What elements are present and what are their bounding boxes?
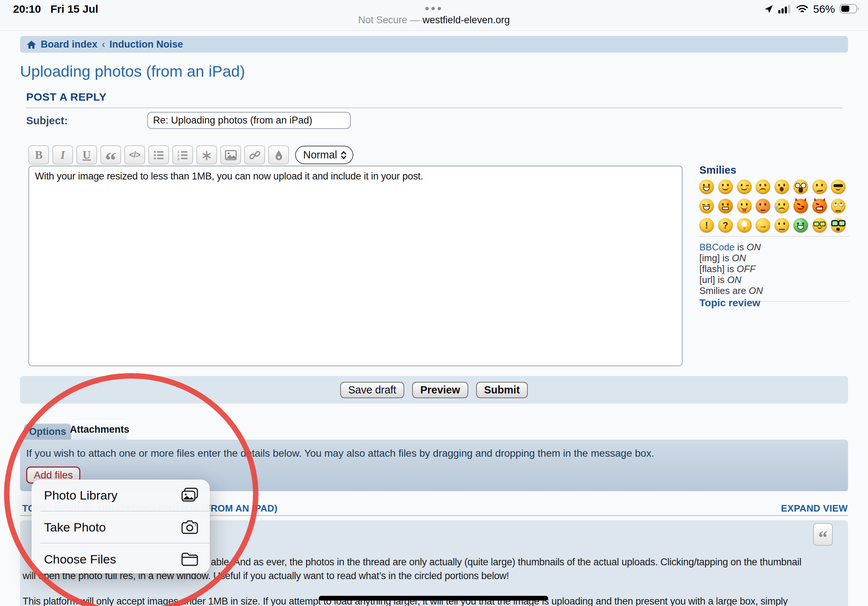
smiley-mr-green-icon[interactable] <box>794 218 808 232</box>
tab-attachments[interactable]: Attachments <box>73 420 127 440</box>
cellular-signal-icon <box>778 5 791 14</box>
bbcode-status-line: Smilies are ON <box>699 285 849 296</box>
save-draft-button[interactable]: Save draft <box>340 382 404 398</box>
form-actions: Save draft Preview Submit <box>20 376 848 403</box>
divider <box>699 236 849 237</box>
safari-ipad-screen: 20:10 Fri 15 Jul ••• <box>0 0 868 606</box>
breadcrumb-separator: ‹ <box>102 39 105 50</box>
preview-button[interactable]: Preview <box>412 382 468 398</box>
smiley-twisted-icon[interactable] <box>812 199 827 213</box>
quote-button[interactable]: “ <box>100 145 121 165</box>
smiley-very-happy-icon[interactable] <box>699 179 714 194</box>
smiley-ueber-geek-icon[interactable] <box>831 218 845 232</box>
bbcode-status-line: BBCode is ON <box>699 241 849 252</box>
home-icon[interactable] <box>26 40 36 49</box>
bbcode-status-line: [img] is ON <box>699 252 849 263</box>
font-size-select[interactable]: Normal <box>295 146 353 164</box>
divider <box>26 108 843 108</box>
smilies-grid: !?→ <box>699 179 850 232</box>
file-picker-context-menu: Photo Library Take Photo <box>32 479 210 573</box>
tab-options[interactable]: Options <box>24 424 71 440</box>
smiley-smile-icon[interactable] <box>718 179 733 194</box>
photo-library-icon <box>181 488 198 503</box>
insert-image-button[interactable] <box>220 145 241 165</box>
underline-button[interactable]: U <box>76 145 97 165</box>
smiley-crying-icon[interactable] <box>775 199 789 213</box>
smiley-question-icon[interactable]: ? <box>718 218 733 232</box>
smiley-confused-icon[interactable] <box>812 179 827 194</box>
bbcode-status-line: [flash] is OFF <box>699 263 849 274</box>
quote-icon: “ <box>818 530 828 545</box>
bbcode-faq-link[interactable]: BBCode <box>699 241 735 252</box>
wifi-icon <box>796 5 808 14</box>
battery-icon <box>840 4 860 14</box>
breadcrumb: Board index ‹ Induction Noise <box>20 36 848 53</box>
bbcode-status-line: [url] is ON <box>699 274 849 285</box>
subject-label: Subject: <box>26 115 68 127</box>
smiley-idea-icon[interactable] <box>737 218 752 232</box>
quote-post-button[interactable]: “ <box>813 523 833 546</box>
subject-input[interactable]: Re: Uploading photos (from an iPad) <box>147 112 351 129</box>
quoted-post-text: able. And as ever, the photos in the thr… <box>211 557 843 568</box>
post-a-reply-heading: POST A REPLY <box>26 91 107 103</box>
bbcode-status: BBCode is ON [img] is ON [flash] is OFF … <box>699 236 849 301</box>
tab-overview-handle[interactable]: ••• <box>0 2 868 15</box>
breadcrumb-board-index[interactable]: Board index <box>41 39 98 50</box>
attachments-description: If you wish to attach one or more files … <box>26 448 654 459</box>
insert-link-button[interactable] <box>244 145 265 165</box>
page-title: Uploading photos (from an iPad) <box>20 62 245 80</box>
folder-icon <box>181 552 198 566</box>
smiley-geek-icon[interactable] <box>812 218 827 232</box>
expand-view-link[interactable]: EXPAND VIEW <box>781 503 848 514</box>
home-indicator[interactable] <box>319 596 548 601</box>
smiley-wink-icon[interactable] <box>737 179 752 194</box>
bbcode-toolbar: B I U “ </> 1 2 3 ∗ <box>28 145 353 165</box>
smiley-surprised-icon[interactable] <box>775 179 789 194</box>
status-bar: 20:10 Fri 15 Jul ••• <box>0 0 868 31</box>
menu-item-choose-files[interactable]: Choose Files <box>32 544 210 573</box>
url-domain: westfield-eleven.org <box>422 14 510 25</box>
location-arrow-icon <box>764 5 773 14</box>
smiley-evil-icon[interactable] <box>794 199 808 213</box>
breadcrumb-forum[interactable]: Induction Noise <box>109 39 183 50</box>
battery-percent: 56% <box>813 3 835 15</box>
topic-review-link[interactable]: Topic review <box>699 297 760 309</box>
smiley-rolleyes-icon[interactable] <box>831 199 845 213</box>
smiley-laughing-icon[interactable] <box>699 199 714 213</box>
smiley-embarrassed-icon[interactable] <box>756 199 770 213</box>
smiley-mad-icon[interactable] <box>718 199 733 213</box>
address-bar[interactable]: Not Secure — westfield-eleven.org <box>0 14 868 26</box>
divider <box>0 31 868 31</box>
italic-button[interactable]: I <box>52 145 73 165</box>
font-colour-button[interactable] <box>268 145 289 165</box>
bullet-list-button[interactable] <box>148 145 169 165</box>
svg-text:3: 3 <box>177 157 179 161</box>
smiley-exclaim-icon[interactable]: ! <box>699 218 714 232</box>
smiley-neutral-icon[interactable] <box>775 218 789 232</box>
asterisk-button[interactable]: ∗ <box>196 145 217 165</box>
smiley-sad-icon[interactable] <box>756 179 770 194</box>
smiley-razz-icon[interactable] <box>737 199 752 213</box>
smiley-cool-icon[interactable] <box>831 179 845 194</box>
security-label: Not Secure — <box>358 14 422 25</box>
camera-icon <box>181 520 198 534</box>
code-button[interactable]: </> <box>124 145 145 165</box>
menu-item-take-photo[interactable]: Take Photo <box>32 512 210 543</box>
message-textarea[interactable]: With your image resized to less than 1MB… <box>28 166 683 366</box>
numbered-list-button[interactable]: 1 2 3 <box>172 145 193 165</box>
menu-item-photo-library[interactable]: Photo Library <box>32 479 210 511</box>
submit-button[interactable]: Submit <box>476 382 528 398</box>
smiley-arrow-icon[interactable]: → <box>756 218 770 232</box>
smilies-heading: Smilies <box>699 164 736 176</box>
smiley-eek-icon[interactable] <box>794 179 808 194</box>
bold-button[interactable]: B <box>28 145 49 165</box>
